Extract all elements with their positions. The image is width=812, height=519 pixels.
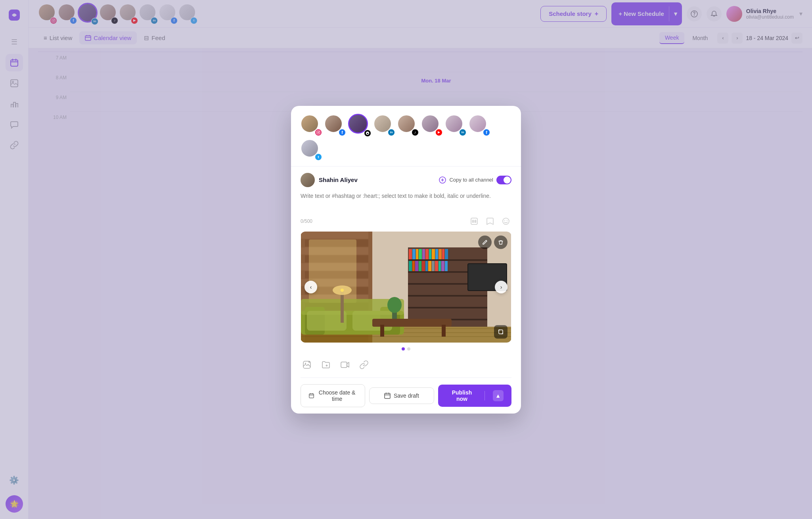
video-icon (340, 360, 350, 370)
svg-rect-71 (435, 261, 438, 271)
svg-rect-63 (409, 261, 412, 271)
svg-rect-43 (309, 239, 356, 303)
modal-account-4-badge: in (388, 129, 395, 136)
modal-account-4[interactable]: in (373, 115, 394, 135)
save-draft-button[interactable]: Save draft (369, 387, 434, 404)
modal-account-2-badge: f (339, 129, 346, 136)
svg-rect-52 (412, 249, 416, 259)
dot-2[interactable] (407, 347, 410, 350)
chevron-up-icon: ▲ (495, 393, 501, 399)
svg-point-25 (504, 220, 505, 221)
image-next-button[interactable]: › (495, 281, 508, 293)
image-dots (301, 347, 511, 350)
char-count: 0/500 (301, 218, 312, 224)
add-link-tool[interactable] (358, 358, 370, 371)
modal-account-1[interactable] (301, 115, 321, 135)
svg-rect-51 (409, 249, 412, 259)
emoji-tool[interactable] (500, 216, 511, 227)
folder-icon (321, 360, 331, 370)
save-draft-label: Save draft (394, 393, 419, 399)
image-delete-button[interactable] (494, 236, 508, 249)
modal-account-9-badge: t (315, 153, 322, 161)
modal-account-8-badge: f (483, 129, 490, 136)
account-selector: f in ♪ (291, 106, 521, 167)
choose-date-button[interactable]: Choose date & time (301, 384, 365, 407)
modal-footer: Choose date & time Save draft Publish no… (301, 384, 511, 407)
svg-rect-69 (428, 261, 431, 271)
modal-account-7[interactable]: in (445, 115, 465, 135)
svg-rect-74 (445, 261, 448, 271)
image-actions (478, 236, 508, 249)
svg-rect-15 (317, 130, 320, 134)
svg-rect-103 (385, 393, 390, 398)
svg-point-26 (507, 220, 508, 221)
svg-rect-60 (439, 249, 442, 259)
add-folder-tool[interactable] (320, 358, 332, 371)
publish-now-button[interactable]: Publish now ▲ (438, 385, 512, 407)
image-prev-button[interactable]: ‹ (304, 281, 317, 293)
post-text-input[interactable] (301, 192, 511, 214)
svg-rect-87 (442, 325, 446, 337)
copy-all-toggle[interactable]: Copy to all channel (439, 176, 511, 184)
text-tools (469, 216, 511, 227)
svg-rect-54 (419, 249, 422, 259)
image-edit-button[interactable] (478, 236, 492, 249)
bookmark-icon (486, 217, 494, 225)
modal-account-6[interactable]: ▶ (421, 115, 442, 135)
svg-rect-92 (341, 291, 344, 323)
char-count-row: 0/500 (301, 216, 511, 227)
svg-rect-45 (408, 259, 487, 261)
create-post-modal: f in ♪ (291, 106, 521, 414)
copy-all-label: Copy to all channel (449, 177, 493, 183)
svg-rect-61 (442, 249, 444, 259)
svg-rect-58 (432, 249, 435, 259)
svg-rect-55 (422, 249, 425, 259)
svg-rect-66 (419, 261, 421, 271)
svg-rect-98 (341, 362, 347, 368)
svg-point-16 (318, 132, 319, 133)
svg-rect-86 (380, 325, 384, 337)
svg-point-94 (341, 289, 344, 292)
svg-rect-72 (439, 261, 441, 271)
svg-rect-65 (415, 261, 418, 271)
svg-rect-49 (408, 307, 487, 308)
svg-rect-53 (416, 249, 418, 259)
modal-account-8[interactable]: f (469, 115, 489, 135)
dot-1[interactable] (402, 347, 405, 350)
modal-account-5[interactable]: ♪ (397, 115, 418, 135)
modal-account-9[interactable]: t (301, 139, 321, 160)
modal-account-1-badge (315, 129, 322, 136)
publish-dropdown-icon[interactable]: ▲ (493, 390, 504, 401)
svg-point-17 (319, 131, 320, 132)
svg-rect-59 (435, 249, 438, 259)
modal-account-3[interactable] (348, 114, 370, 136)
add-video-tool[interactable] (339, 358, 351, 371)
add-image-tool[interactable] (301, 358, 313, 371)
hashtag-icon (470, 217, 478, 225)
link-attach-icon (359, 360, 369, 370)
svg-rect-62 (445, 249, 448, 259)
hashtag-tool[interactable] (469, 216, 480, 227)
svg-rect-48 (408, 295, 487, 297)
modal-user-avatar (301, 173, 315, 187)
modal-account-7-badge: in (459, 129, 466, 136)
svg-rect-70 (432, 261, 435, 271)
publish-now-label: Publish now (446, 389, 478, 402)
modal-account-5-badge: ♪ (412, 129, 419, 136)
modal-overlay[interactable]: f in ♪ (0, 0, 812, 519)
image-carousel: ‹ › (301, 232, 511, 343)
modal-account-2[interactable]: f (324, 115, 345, 135)
image-add-icon (302, 360, 312, 370)
svg-rect-57 (429, 249, 431, 259)
toggle-dot (504, 176, 511, 184)
bookmark-tool[interactable] (485, 216, 496, 227)
svg-rect-73 (441, 261, 444, 271)
divider (485, 391, 485, 400)
modal-body: Shahin Aliyev Copy to all channel 0 (291, 167, 521, 414)
choose-date-label: Choose date & time (317, 389, 357, 402)
svg-point-97 (305, 363, 306, 364)
image-expand-button[interactable] (494, 325, 508, 339)
svg-point-24 (503, 218, 509, 224)
calendar-date-icon (309, 393, 314, 399)
copy-all-switch[interactable] (496, 176, 511, 184)
